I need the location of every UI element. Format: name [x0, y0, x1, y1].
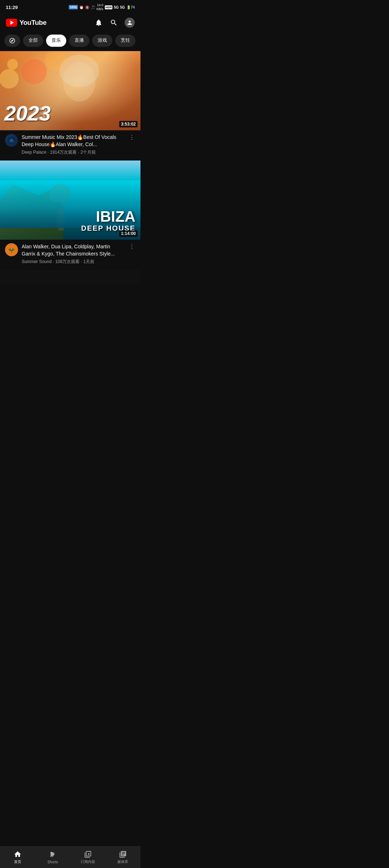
chip-cooking[interactable]: 烹饪 — [115, 35, 135, 47]
video-card-2: IBIZA DEEP HOUSE 1:14:00 — [0, 161, 140, 270]
svg-rect-15 — [58, 224, 61, 231]
video-card-1: 2023 2023 3:53:02 Summer Music Mix 2023🔥… — [0, 51, 140, 161]
bluetooth-icon: 🎵 — [91, 5, 95, 9]
status-icons: VPN ⏰ 🔇 🎵 14.0KB/s HDR 5G 5G 🔋74 — [69, 3, 135, 11]
video-meta-2: Alan Walker, Dua Lipa, Coldplay, Martin … — [22, 243, 125, 265]
summer-sound-avatar — [5, 243, 18, 256]
svg-rect-20 — [11, 251, 12, 253]
thumbnail-2[interactable]: IBIZA DEEP HOUSE 1:14:00 — [0, 161, 140, 240]
svg-rect-13 — [57, 217, 59, 224]
channel-avatar-2[interactable] — [5, 243, 18, 256]
thumbnail-1[interactable]: 2023 2023 3:53:02 — [0, 51, 140, 130]
video-info-2: Alan Walker, Dua Lipa, Coldplay, Martin … — [0, 240, 140, 270]
three-dots-icon-1: ⋮ — [129, 135, 135, 140]
status-bar: 11:29 VPN ⏰ 🔇 🎵 14.0KB/s HDR 5G 5G 🔋74 — [0, 0, 140, 13]
header: YouTube — [0, 13, 140, 33]
search-button[interactable] — [109, 18, 118, 27]
channel-name-2: Summer Sound — [22, 259, 52, 264]
time-1: 2个月前 — [80, 150, 96, 155]
time-2: 1天前 — [83, 259, 94, 264]
svg-rect-14 — [62, 217, 65, 224]
hdr-badge: HDR — [105, 5, 112, 9]
vpn-icon: VPN — [69, 5, 78, 9]
channel-name-1: Deep Palace — [22, 150, 46, 155]
thumb2-ibiza-text: IBIZA — [81, 209, 135, 224]
thumb1-art: 2023 2023 — [0, 51, 140, 130]
header-actions — [94, 18, 135, 28]
youtube-logo[interactable]: YouTube — [6, 19, 46, 27]
content-bottom-spacer — [0, 270, 140, 284]
category-chips: 全部 音乐 直播 游戏 烹饪 — [0, 33, 140, 51]
chip-explore[interactable] — [4, 35, 20, 47]
bell-icon — [95, 19, 103, 27]
notifications-button[interactable] — [94, 18, 103, 27]
three-dots-icon-2: ⋮ — [129, 244, 135, 250]
thumb2-text: IBIZA DEEP HOUSE — [81, 209, 135, 232]
svg-text:2023: 2023 — [4, 101, 51, 125]
thumb2-person — [39, 205, 82, 234]
youtube-logo-text: YouTube — [19, 19, 46, 27]
chip-games[interactable]: 游戏 — [92, 35, 112, 47]
battery-icon: 🔋74 — [126, 5, 135, 9]
more-options-2[interactable]: ⋮ — [128, 243, 135, 256]
svg-point-4 — [59, 55, 99, 87]
channel-avatar-1[interactable] — [5, 134, 18, 147]
alarm-icon: ⏰ — [79, 5, 84, 9]
more-options-1[interactable]: ⋮ — [128, 134, 135, 147]
video-info-1: Summer Music Mix 2023🔥Best Of Vocals Dee… — [0, 130, 140, 161]
compass-icon — [9, 37, 15, 44]
signal-5g-2: 5G — [120, 5, 125, 9]
chip-live[interactable]: 直播 — [69, 35, 89, 47]
video-title-1[interactable]: Summer Music Mix 2023🔥Best Of Vocals Dee… — [22, 134, 125, 148]
svg-point-11 — [57, 208, 64, 217]
separator-1: · — [48, 150, 50, 155]
data-speed: 14.0KB/s — [97, 3, 103, 11]
video-title-2[interactable]: Alan Walker, Dua Lipa, Coldplay, Martin … — [22, 243, 125, 257]
chip-music[interactable]: 音乐 — [46, 35, 66, 47]
search-icon — [110, 19, 118, 27]
account-button[interactable] — [125, 18, 135, 28]
svg-point-10 — [11, 139, 13, 141]
video-meta-1: Summer Music Mix 2023🔥Best Of Vocals Dee… — [22, 134, 125, 155]
deep-palace-avatar — [8, 136, 15, 144]
svg-rect-16 — [61, 224, 64, 231]
mute-icon: 🔇 — [85, 5, 89, 9]
status-time: 11:29 — [6, 5, 18, 10]
video-subtitle-2: Summer Sound · 108万次观看 · 1天前 — [22, 259, 125, 265]
signal-5g-1: 5G — [114, 5, 119, 9]
svg-point-18 — [5, 243, 18, 256]
duration-badge-2: 1:14:00 — [119, 230, 138, 237]
video-subtitle-1: Deep Palace · 1914万次观看 · 2个月前 — [22, 149, 125, 155]
svg-rect-12 — [59, 216, 63, 225]
chip-all[interactable]: 全部 — [23, 35, 43, 47]
youtube-logo-icon — [6, 19, 17, 27]
user-icon — [126, 19, 133, 26]
views-2: 108万次观看 — [55, 259, 80, 264]
views-1: 1914万次观看 — [50, 150, 77, 155]
duration-badge-1: 3:53:02 — [119, 121, 138, 127]
video-feed: 2023 2023 3:53:02 Summer Music Mix 2023🔥… — [0, 51, 140, 270]
